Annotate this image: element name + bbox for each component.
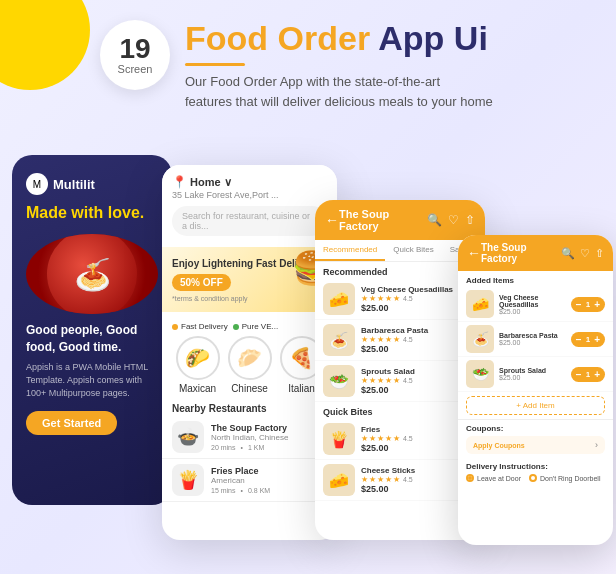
cart-heart-icon[interactable]: ♡ [580,247,590,260]
title-food-order: Food Order [185,19,378,57]
food-image [26,234,158,314]
qty-num-salad: 1 [586,370,590,379]
category-item-mexican[interactable]: 🌮 Maxican [176,336,220,394]
cart-back-icon[interactable]: ← [467,245,481,261]
heart-icon[interactable]: ♡ [448,213,459,227]
pure-veg-tag: Pure VE... [233,322,278,331]
rating-cheese-sticks: 4.5 [403,476,413,483]
delivery-option-ring[interactable]: Don't Ring Doorbell [529,474,600,482]
header-section: 19 Screen Food Order App Ui Our Food Ord… [100,20,596,111]
promo-banner: Enjoy Lightening Fast Delivery!! 50% OFF… [162,247,337,312]
qty-minus-pasta[interactable]: − [576,334,582,345]
add-item-button[interactable]: + Add Item [466,396,605,415]
cart-price-pasta: $25.00 [499,339,566,346]
cart-name-salad: Sprouts Salad [499,367,566,374]
restaurant-distance-fries: 0.8 KM [248,487,270,494]
qty-plus-salad[interactable]: + [594,369,600,380]
restaurant-thumb-fries: 🍟 [172,464,204,496]
rating-pasta: 4.5 [403,336,413,343]
coupon-row[interactable]: Apply Coupons › [466,436,605,454]
star3: ★ [377,294,384,303]
cart-item-pasta: 🍝 Barbaresca Pasta $25.00 − 1 + [458,322,613,357]
delivery-option-leave[interactable]: Leave at Door [466,474,521,482]
rating-quesadillas: 4.5 [403,295,413,302]
restaurant-item-soup[interactable]: 🍲 The Soup Factory North Indian, Chinese… [162,416,337,459]
tab-quick-bites[interactable]: Quick Bites [385,240,441,261]
delivery-title: Delivery Instructions: [466,462,605,471]
phone-location: 📍 Home ∨ [172,175,327,189]
location-sub: 35 Lake Forest Ave,Port ... [172,190,327,200]
menu-thumb-salad: 🥗 [323,365,355,397]
fast-delivery-dot [172,324,178,330]
star5: ★ [393,294,400,303]
cart-info-salad: Sprouts Salad $25.00 [499,367,566,381]
category-circle-mexican: 🌮 [176,336,220,380]
radio-dot-ring [529,474,537,482]
search-icon[interactable]: 🔍 [427,213,442,227]
cart-search-icon[interactable]: 🔍 [561,247,575,260]
restaurant-name-fries: Fries Place [211,466,327,476]
star2: ★ [369,294,376,303]
rating-fries2: 4.5 [403,435,413,442]
nearby-restaurants-title: Nearby Restaurants [162,399,337,416]
qty-plus-pasta[interactable]: + [594,334,600,345]
star4: ★ [385,294,392,303]
phone-cart: ← The Soup Factory 🔍 ♡ ⇧ Added Items 🧀 V… [458,235,613,545]
restaurant-time-soup: 20 mins [211,444,236,451]
restaurant-name-soup: The Soup Factory [211,423,327,433]
search-bar[interactable]: Search for restaurant, cuisine or a dis.… [172,206,327,236]
qty-minus-salad[interactable]: − [576,369,582,380]
cart-share-icon[interactable]: ⇧ [595,247,604,260]
coupons-title: Coupons: [466,424,605,433]
menu-thumb-cheese-sticks: 🧀 [323,464,355,496]
tab-recommended[interactable]: Recommended [315,240,385,261]
radio-dot-leave [466,474,474,482]
cart-name-quesadillas: Veg Cheese Quesadillas [499,294,566,308]
subtitle-line1: Our Food Order App with the state-of-the… [185,74,440,89]
restaurant-distance-soup: 1 KM [248,444,264,451]
coupons-section: Coupons: Apply Coupons › [458,419,613,458]
title-area: Food Order App Ui Our Food Order App wit… [185,20,596,111]
share-icon[interactable]: ⇧ [465,213,475,227]
restaurant-info-soup: The Soup Factory North Indian, Chinese 2… [211,423,327,451]
restaurant-item-fries[interactable]: 🍟 Fries Place American 15 mins • 0.8 KM [162,459,337,502]
restaurant-meta-soup: 20 mins • 1 KM [211,444,327,451]
category-label-mexican: Maxican [179,383,216,394]
qty-control-quesadillas[interactable]: − 1 + [571,297,605,312]
qty-minus-quesadillas[interactable]: − [576,299,582,310]
menu-thumb-quesadillas: 🧀 [323,283,355,315]
qty-plus-quesadillas[interactable]: + [594,299,600,310]
footer-tags: Fast Delivery Pure VE... [162,317,337,336]
screen-number: 19 [119,35,150,63]
cart-item-quesadillas: 🧀 Veg Cheese Quesadillas $25.00 − 1 + [458,287,613,322]
cart-thumb-salad: 🥗 [466,360,494,388]
made-with-love: Made with love. [26,203,158,224]
title-divider [185,63,245,66]
restaurant-thumb-soup: 🍲 [172,421,204,453]
screen-badge: 19 Screen [100,20,170,90]
menu-thumb-fries2: 🍟 [323,423,355,455]
coupon-arrow-icon: › [595,440,598,450]
menu-thumb-pasta: 🍝 [323,324,355,356]
radio-inner-leave [468,476,472,480]
fast-delivery-label: Fast Delivery [181,322,228,331]
cart-info-quesadillas: Veg Cheese Quesadillas $25.00 [499,294,566,315]
qty-num-quesadillas: 1 [586,300,590,309]
get-started-button[interactable]: Get Started [26,411,117,435]
main-title: Food Order App Ui [185,20,596,57]
back-arrow-icon[interactable]: ← [325,212,339,228]
cart-price-quesadillas: $25.00 [499,308,566,315]
phone-header-bar: 📍 Home ∨ 35 Lake Forest Ave,Port ... Sea… [162,165,337,247]
category-item-chinese[interactable]: 🥟 Chinese [228,336,272,394]
left-panel-logo: M Multilit [26,173,158,195]
qty-control-salad[interactable]: − 1 + [571,367,605,382]
pure-veg-dot [233,324,239,330]
rating-salad: 4.5 [403,377,413,384]
cart-info-pasta: Barbaresca Pasta $25.00 [499,332,566,346]
cart-section-title: Added Items [458,271,613,287]
title-app-ui: App Ui [378,19,488,57]
cart-price-salad: $25.00 [499,374,566,381]
qty-control-pasta[interactable]: − 1 + [571,332,605,347]
qty-num-pasta: 1 [586,335,590,344]
fast-delivery-tag: Fast Delivery [172,322,228,331]
